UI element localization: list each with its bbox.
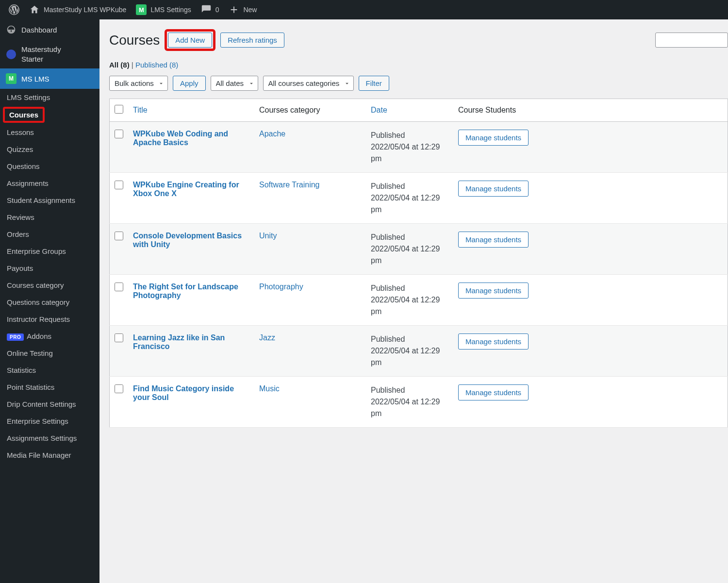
sidebar-sub-reviews[interactable]: Reviews (0, 209, 99, 226)
sidebar-sub-student-assignments[interactable]: Student Assignments (0, 192, 99, 209)
comments-link[interactable]: 0 (196, 0, 224, 19)
sidebar-sub-point-statistics[interactable]: Point Statistics (0, 379, 99, 396)
table-row: WPKube Web Coding and Apache Basics Apac… (110, 122, 728, 173)
sidebar-sub-courses-category[interactable]: Courses category (0, 277, 99, 294)
row-category-link[interactable]: Unity (259, 232, 277, 240)
row-title-link[interactable]: WPKube Web Coding and Apache Basics (133, 130, 228, 147)
sidebar-sub-label: Enterprise Groups (7, 247, 66, 255)
page-title: Courses (109, 33, 160, 48)
comment-icon (201, 4, 212, 15)
bulk-actions-select[interactable]: Bulk actions (109, 76, 168, 91)
col-title[interactable]: Title (128, 99, 254, 122)
sidebar-item-ms-lms[interactable]: M MS LMS (0, 68, 99, 89)
row-category-link[interactable]: Photography (259, 283, 303, 291)
filter-button[interactable]: Filter (359, 76, 389, 91)
sidebar-sub-courses[interactable]: Courses (3, 107, 45, 123)
sidebar-sub-label: Point Statistics (7, 383, 54, 391)
row-checkbox[interactable] (115, 283, 123, 291)
table-row: WPKube Engine Creating for Xbox One X So… (110, 173, 728, 224)
sidebar-sub-label: LMS Settings (7, 93, 50, 101)
sidebar-sub-lms-settings[interactable]: LMS Settings (0, 89, 99, 106)
sidebar-sub-assignments-settings[interactable]: Assignments Settings (0, 430, 99, 447)
lms-settings-label: LMS Settings (150, 6, 191, 14)
sidebar-sub-instructor-requests[interactable]: Instructor Requests (0, 311, 99, 328)
sidebar-sub-label: Online Testing (7, 349, 53, 357)
row-date: Published2022/05/04 at 12:29 pm (366, 122, 453, 173)
row-title-link[interactable]: WPKube Engine Creating for Xbox One X (133, 181, 239, 198)
manage-students-button[interactable]: Manage students (458, 130, 529, 146)
wp-logo[interactable] (4, 0, 24, 19)
search-input[interactable] (655, 33, 728, 48)
row-category-link[interactable]: Software Training (259, 181, 320, 189)
sidebar-sub-label: Payouts (7, 264, 33, 272)
select-all-checkbox[interactable] (115, 105, 123, 114)
table-row: The Right Set for Landscape Photography … (110, 275, 728, 326)
sidebar-item-dashboard[interactable]: Dashboard (0, 19, 99, 40)
sidebar-sub-payouts[interactable]: Payouts (0, 260, 99, 277)
sidebar-sub-label: Statistics (7, 366, 36, 374)
row-category-link[interactable]: Apache (259, 130, 285, 138)
col-date[interactable]: Date (366, 99, 453, 122)
manage-students-button[interactable]: Manage students (458, 384, 529, 400)
table-row: Learning Jazz like in San Francisco Jazz… (110, 326, 728, 377)
sidebar-sub-questions[interactable]: Questions (0, 158, 99, 175)
row-checkbox[interactable] (115, 232, 123, 240)
home-icon (29, 4, 40, 15)
sidebar-sub-questions-category[interactable]: Questions category (0, 294, 99, 311)
table-row: Find Music Category inside your Soul Mus… (110, 377, 728, 428)
wordpress-icon (9, 4, 19, 15)
sidebar-sub-statistics[interactable]: Statistics (0, 362, 99, 379)
manage-students-button[interactable]: Manage students (458, 333, 529, 350)
row-date: Published2022/05/04 at 12:29 pm (366, 377, 453, 428)
ms-lms-icon: M (6, 73, 17, 84)
row-title-link[interactable]: Find Music Category inside your Soul (133, 384, 234, 401)
sidebar-sub-online-testing[interactable]: Online Testing (0, 345, 99, 362)
row-category-link[interactable]: Jazz (259, 333, 275, 342)
dates-select[interactable]: All dates (211, 76, 258, 91)
sidebar-sub-label: Student Assignments (7, 196, 75, 204)
row-checkbox[interactable] (115, 130, 123, 138)
sidebar-label: MS LMS (21, 75, 50, 83)
row-checkbox[interactable] (115, 384, 123, 393)
row-title-link[interactable]: Learning Jazz like in San Francisco (133, 333, 225, 350)
row-checkbox[interactable] (115, 181, 123, 189)
row-title-link[interactable]: The Right Set for Landscape Photography (133, 283, 238, 300)
sidebar-sub-addons[interactable]: PROAddons (0, 328, 99, 345)
dashboard-icon (6, 24, 17, 35)
sidebar-sub-orders[interactable]: Orders (0, 226, 99, 243)
status-filter: All (8) | Published (8) (109, 61, 728, 69)
row-category-link[interactable]: Music (259, 384, 280, 393)
categories-select[interactable]: All courses categories (263, 76, 354, 91)
sidebar-label: Dashboard (21, 26, 57, 34)
sidebar-sub-label: Quizzes (7, 145, 33, 153)
sidebar-sub-label: Lessons (7, 128, 34, 136)
lms-settings-link[interactable]: M LMS Settings (131, 0, 196, 19)
status-published-link[interactable]: Published (8) (135, 61, 178, 69)
manage-students-button[interactable]: Manage students (458, 232, 529, 248)
sidebar-sub-label: Courses category (7, 281, 64, 289)
sidebar-item-masterstudy-starter[interactable]: Masterstudy Starter (0, 40, 99, 68)
add-new-button[interactable]: Add New (168, 33, 212, 48)
row-checkbox[interactable] (115, 333, 123, 342)
sidebar-sub-enterprise-groups[interactable]: Enterprise Groups (0, 243, 99, 260)
status-all-label[interactable]: All (109, 61, 118, 69)
new-label: New (243, 6, 257, 14)
sidebar-sub-label: Drip Content Settings (7, 400, 76, 408)
new-link[interactable]: New (224, 0, 262, 19)
manage-students-button[interactable]: Manage students (458, 283, 529, 299)
apply-button[interactable]: Apply (173, 76, 206, 91)
site-name-link[interactable]: MasterStudy LMS WPKube (24, 0, 131, 19)
sidebar-sub-drip-content-settings[interactable]: Drip Content Settings (0, 396, 99, 413)
sidebar-sub-assignments[interactable]: Assignments (0, 175, 99, 192)
sidebar-sub-enterprise-settings[interactable]: Enterprise Settings (0, 413, 99, 430)
row-title-link[interactable]: Console Development Basics with Unity (133, 232, 242, 249)
sidebar-sub-label: Enterprise Settings (7, 417, 68, 425)
manage-students-button[interactable]: Manage students (458, 181, 529, 197)
sidebar-sub-label: Questions category (7, 298, 69, 306)
sidebar-sub-quizzes[interactable]: Quizzes (0, 141, 99, 158)
status-sep: | (132, 61, 135, 69)
refresh-ratings-button[interactable]: Refresh ratings (220, 33, 284, 48)
sidebar-sub-lessons[interactable]: Lessons (0, 124, 99, 141)
sidebar-sub-label: Courses (9, 111, 38, 119)
sidebar-sub-media-file-manager[interactable]: Media File Manager (0, 447, 99, 464)
